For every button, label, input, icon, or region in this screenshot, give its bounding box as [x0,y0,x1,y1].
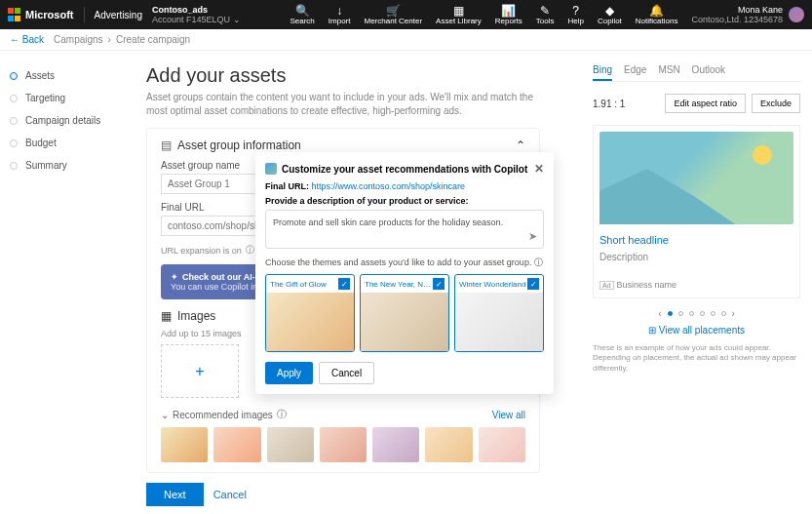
view-all-link[interactable]: View all [492,410,525,420]
nav-merchant-center[interactable]: 🛒Merchant Center [365,5,423,25]
crumb-create: Create campaign [116,34,190,45]
microsoft-logo-icon [8,8,21,21]
info-icon[interactable]: ⓘ [277,408,287,421]
checkbox-icon: ✓ [338,278,350,290]
sidebar: AssetsTargetingCampaign detailsBudgetSum… [0,51,127,514]
reco-thumb[interactable] [479,427,525,462]
avatar[interactable] [789,7,804,22]
info-icon[interactable]: ⓘ [534,257,543,267]
send-icon[interactable]: ➤ [528,230,537,243]
nav-import[interactable]: ↓Import [329,5,351,25]
card-title: Asset group information [177,138,301,152]
view-all-placements-link[interactable]: ⊞ View all placements [593,325,800,336]
account-selector[interactable]: Contoso_ads Account F145ELQU ⌄ [152,5,241,24]
ad-description: Description [599,252,793,262]
images-icon: ▦ [161,309,172,323]
preview-tab-msn[interactable]: MSN [658,64,679,81]
next-icon[interactable]: › [732,308,735,319]
cancel-button[interactable]: Cancel [319,362,374,384]
nav-reports[interactable]: 📊Reports [495,5,522,25]
nav-copilot[interactable]: ◆Copilot [598,5,622,25]
sidebar-item-summary[interactable]: Summary [10,154,127,177]
add-image-button[interactable]: + [161,344,239,398]
theme-card[interactable]: The New Year, New You✓ [360,274,449,352]
aspect-ratio: 1.91 : 1 [593,99,625,109]
reco-thumb[interactable] [320,427,367,462]
reco-thumb[interactable] [425,427,472,462]
info-icon[interactable]: ⓘ [246,244,254,257]
preview-disclaimer: These is an example of how your ads coul… [593,343,800,374]
preview-tab-outlook[interactable]: Outlook [692,64,725,81]
page-lead: Asset groups contain the content you wan… [146,91,536,118]
user-name: Mona Kane [691,5,783,15]
user-org: Contoso,Ltd. 12345678 [691,15,783,24]
prev-icon[interactable]: ‹ [658,308,661,319]
nav-help[interactable]: ?Help [567,5,583,25]
exclude-button[interactable]: Exclude [752,94,800,113]
sidebar-item-assets[interactable]: Assets [10,64,127,87]
breadcrumb: ← Back Campaigns › Create campaign [0,29,812,51]
description-textarea[interactable]: Promote and sell skin care products for … [265,210,544,249]
reco-thumb[interactable] [161,427,208,462]
reco-thumb[interactable] [213,427,260,462]
reco-thumb[interactable] [372,427,419,462]
checkbox-icon: ✓ [527,278,539,290]
nav-tools[interactable]: ✎Tools [536,5,555,25]
next-button[interactable]: Next [146,483,204,506]
checkbox-icon: ✓ [433,278,445,290]
page-title: Add your assets [146,64,573,87]
sidebar-item-budget[interactable]: Budget [10,132,127,154]
back-link[interactable]: ← Back [10,34,44,45]
edit-aspect-button[interactable]: Edit aspect ratio [665,94,746,113]
nav-search[interactable]: 🔍Search [290,5,314,25]
theme-card[interactable]: Winter Wonderland✓ [454,274,544,352]
collapse-icon[interactable]: ⌃ [516,138,525,152]
copilot-modal: Customize your asset recommendations wit… [255,152,554,394]
brand: Microsoft [25,9,74,20]
chevron-down-icon[interactable]: ⌄ [161,410,169,420]
preview-tab-bing[interactable]: Bing [593,64,612,81]
sparkle-icon: ✦ [171,272,178,282]
preview-pager: ‹ › [593,308,800,319]
nav-notifications[interactable]: 🔔Notifications [636,5,678,25]
ad-preview: Short headline Description AdBusiness na… [593,125,800,298]
product: Advertising [95,10,142,20]
ad-headline: Short headline [599,234,793,246]
apply-button[interactable]: Apply [265,362,313,384]
form-icon: ▤ [161,138,172,152]
footer-cancel-link[interactable]: Cancel [213,489,247,500]
preview-tab-edge[interactable]: Edge [624,64,646,81]
sidebar-item-campaign-details[interactable]: Campaign details [10,109,127,132]
crumb-campaigns[interactable]: Campaigns [54,34,103,45]
nav-asset-library[interactable]: ▦Asset Library [436,5,482,25]
copilot-icon [265,163,277,175]
theme-card[interactable]: The Gift of Glow✓ [265,274,355,352]
sidebar-item-targeting[interactable]: Targeting [10,87,127,109]
close-icon[interactable]: ✕ [534,162,544,176]
reco-thumb[interactable] [267,427,314,462]
